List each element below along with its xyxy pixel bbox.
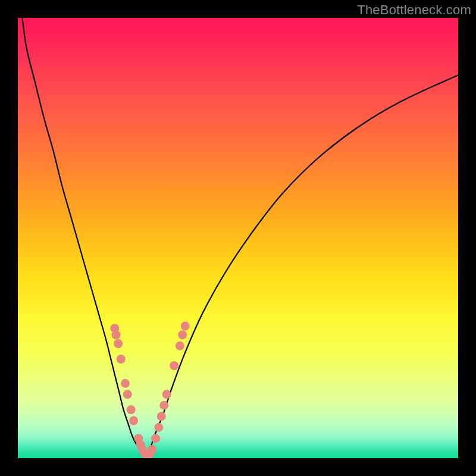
data-marker bbox=[121, 379, 130, 388]
data-marker bbox=[151, 434, 160, 443]
curve-markers bbox=[110, 322, 189, 459]
chart-frame: TheBottleneck.com bbox=[0, 0, 476, 476]
data-marker bbox=[112, 330, 121, 339]
data-marker bbox=[114, 339, 123, 348]
data-marker bbox=[127, 405, 136, 414]
data-marker bbox=[154, 423, 163, 432]
data-marker bbox=[176, 342, 184, 350]
watermark-text: TheBottleneck.com bbox=[357, 2, 471, 18]
data-marker bbox=[157, 412, 166, 421]
curve-svg bbox=[18, 18, 458, 458]
data-marker bbox=[159, 401, 168, 410]
data-marker bbox=[162, 390, 171, 399]
data-marker bbox=[170, 361, 178, 370]
data-marker bbox=[123, 390, 132, 399]
data-marker bbox=[178, 330, 187, 339]
plot-area bbox=[18, 18, 458, 458]
curve-right-branch bbox=[146, 75, 458, 456]
data-marker bbox=[129, 416, 138, 425]
data-marker bbox=[148, 445, 156, 454]
data-marker bbox=[181, 322, 190, 331]
data-marker bbox=[117, 355, 126, 364]
